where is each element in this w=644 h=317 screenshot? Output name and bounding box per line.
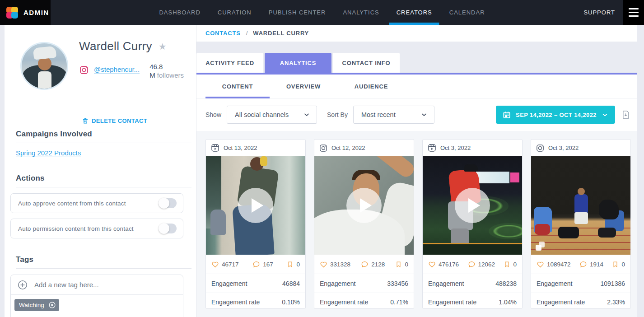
saves-count: 0 — [513, 261, 517, 268]
likes-stat: 476176 — [428, 261, 459, 268]
delete-contact-button[interactable]: DELETE CONTACT — [82, 117, 147, 124]
favorite-star-icon[interactable]: ★ — [159, 41, 167, 52]
brand-name: ADMIN — [23, 9, 49, 16]
heart-icon — [428, 261, 436, 268]
comments-stat: 1914 — [579, 261, 603, 268]
bookmark-icon — [504, 261, 510, 268]
nav-item-publish-center[interactable]: PUBLISH CENTER — [261, 0, 333, 25]
instagram-handle-link[interactable]: @stephencur... — [94, 65, 140, 73]
nav-item-calendar[interactable]: CALENDAR — [442, 0, 492, 25]
saves-stat: 0 — [287, 261, 300, 268]
actions-title: Actions — [16, 174, 191, 187]
post-thumbnail[interactable] — [206, 156, 305, 255]
bookmark-icon — [287, 261, 294, 268]
reels-icon — [211, 144, 219, 152]
sort-select[interactable]: Most recent — [353, 106, 434, 124]
date-range-value: SEP 14,2022 – OCT 14,2022 — [516, 112, 597, 118]
chevron-down-icon — [420, 111, 428, 118]
followers-unit: M — [149, 71, 155, 79]
export-report-icon[interactable] — [622, 110, 630, 119]
play-button[interactable] — [346, 188, 382, 223]
saves-count: 0 — [405, 261, 408, 268]
followers-value: 46.8 — [149, 63, 163, 70]
content-card: Oct 12, 2022 331328 2128 — [314, 139, 414, 309]
nav-item-creators[interactable]: CREATORS — [389, 0, 439, 25]
analytics-subtabs: CONTENT OVERVIEW AUDIENCE — [196, 75, 637, 98]
chevron-down-icon — [602, 112, 608, 118]
engagement-rate-label: Engagement rate — [537, 298, 585, 306]
filter-bar: Show All social channels Sort By Most re… — [196, 98, 637, 131]
add-tag-input[interactable]: Add a new tag here... — [11, 275, 183, 295]
support-link[interactable]: SUPPORT — [583, 0, 615, 25]
engagement-rate-value: 0.71% — [390, 298, 408, 306]
date-range-picker[interactable]: SEP 14,2022 – OCT 14,2022 — [496, 106, 615, 124]
subtab-content[interactable]: CONTENT — [205, 75, 270, 98]
top-navbar: ADMIN DASHBOARD CURATION PUBLISH CENTER … — [0, 0, 644, 25]
play-button[interactable] — [238, 188, 273, 223]
tab-analytics[interactable]: ANALYTICS — [265, 53, 331, 73]
engagement-rate-label: Engagement rate — [320, 298, 368, 306]
comments-count: 1914 — [590, 261, 603, 268]
engagement-rate-label: Engagement rate — [428, 298, 476, 306]
profile-section: Wardell Curry ★ @stephencur... 46.8 M fo… — [5, 25, 196, 130]
hamburger-menu-icon[interactable] — [623, 0, 644, 25]
engagement-value: 1091386 — [600, 280, 625, 287]
calendar-icon — [503, 111, 511, 119]
engagement-label: Engagement — [537, 280, 572, 287]
avatar — [20, 42, 68, 90]
comments-count: 167 — [263, 261, 273, 268]
play-button[interactable] — [455, 188, 490, 223]
auto-approve-toggle[interactable] — [159, 198, 177, 208]
brand-logo-icon — [6, 7, 18, 19]
add-tag-placeholder: Add a new tag here... — [34, 281, 99, 289]
comments-stat: 2128 — [361, 261, 385, 268]
show-label: Show — [205, 111, 221, 118]
likes-count: 476176 — [439, 261, 459, 268]
auto-permission-toggle[interactable] — [159, 224, 177, 233]
content-card: Oct 13, 2022 46717 167 — [205, 139, 306, 309]
app-logo[interactable]: ADMIN — [0, 0, 51, 25]
social-channel-select[interactable]: All social channels — [227, 106, 317, 124]
trash-icon — [82, 117, 89, 124]
sort-by-label: Sort By — [327, 111, 348, 118]
post-thumbnail[interactable] — [531, 156, 630, 255]
heart-icon — [211, 261, 219, 268]
comment-icon — [579, 261, 587, 268]
subtab-audience[interactable]: AUDIENCE — [337, 75, 405, 98]
instagram-icon — [536, 144, 544, 152]
contact-sidebar: Wardell Curry ★ @stephencur... 46.8 M fo… — [5, 25, 196, 317]
likes-stat: 1089472 — [537, 261, 571, 268]
tags-title: Tags — [16, 255, 191, 269]
engagement-label: Engagement — [428, 280, 464, 287]
campaign-link[interactable]: Spring 2022 Products — [16, 149, 81, 157]
breadcrumb-contacts-link[interactable]: CONTACTS — [205, 30, 241, 37]
nav-item-analytics[interactable]: ANALYTICS — [336, 0, 386, 25]
auto-permission-label: Auto permission content from this contac… — [18, 225, 134, 232]
delete-contact-label: DELETE CONTACT — [92, 117, 147, 124]
engagement-value: 333456 — [387, 280, 408, 287]
comments-stat: 167 — [252, 261, 273, 268]
comment-icon — [361, 261, 369, 268]
tag-label: Watching — [19, 302, 44, 308]
subtab-overview[interactable]: OVERVIEW — [270, 75, 337, 98]
nav-item-curation[interactable]: CURATION — [210, 0, 259, 25]
post-date: Oct 13, 2022 — [224, 145, 257, 151]
comments-count: 2128 — [371, 261, 385, 268]
tab-activity-feed[interactable]: ACTIVITY FEED — [196, 53, 263, 73]
active-nav-underline — [389, 23, 439, 25]
engagement-rate-label: Engagement rate — [211, 298, 260, 306]
post-date: Oct 12, 2022 — [331, 145, 365, 151]
contact-tabs: ACTIVITY FEED ANALYTICS CONTACT INFO — [196, 53, 637, 73]
post-thumbnail[interactable] — [423, 156, 522, 255]
post-thumbnail[interactable] — [314, 156, 414, 255]
campaigns-section: Campaigns Involved Spring 2022 Products — [16, 130, 191, 157]
campaigns-title: Campaigns Involved — [16, 130, 191, 143]
tab-contact-info[interactable]: CONTACT INFO — [333, 53, 400, 73]
followers-label: followers — [157, 71, 184, 79]
remove-tag-icon[interactable] — [48, 301, 56, 309]
content-cards: Oct 13, 2022 46717 167 — [196, 131, 637, 317]
tags-box: Add a new tag here... Watching MANAGE TA… — [10, 275, 183, 317]
nav-item-dashboard[interactable]: DASHBOARD — [152, 0, 207, 25]
saves-count: 0 — [621, 261, 625, 268]
nav-item-creators-label: CREATORS — [397, 9, 432, 16]
